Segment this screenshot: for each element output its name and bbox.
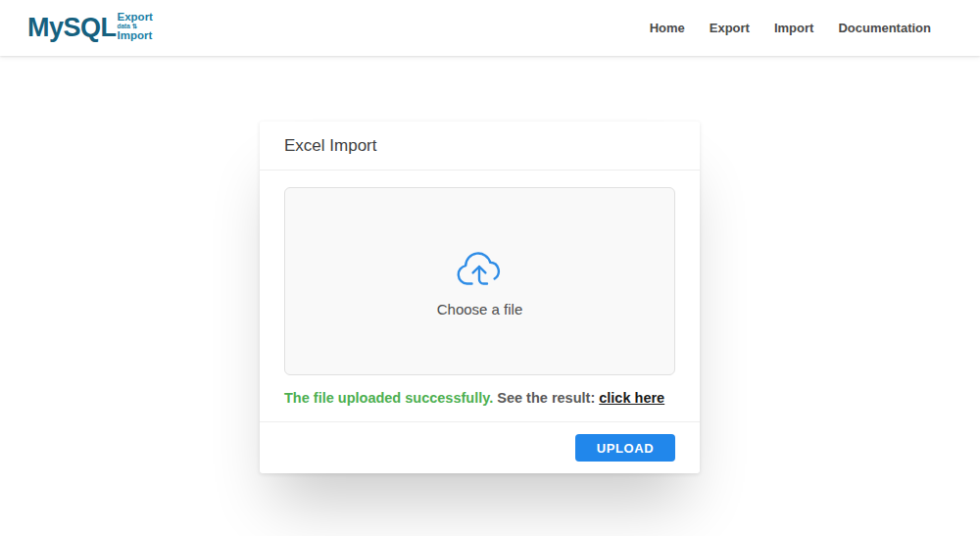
logo-import-text: Import	[118, 30, 153, 42]
page: MySQL Export data ⇅ Import Home Export I…	[0, 0, 980, 536]
dropzone-label: Choose a file	[437, 301, 523, 317]
excel-import-card: Excel Import Choose a file The file uplo…	[260, 122, 700, 473]
result-link[interactable]: click here	[599, 390, 664, 406]
nav-item-import[interactable]: Import	[774, 21, 813, 35]
logo-mysql-text: MySQL	[27, 13, 117, 43]
success-text: The file uploaded successfully.	[284, 390, 493, 406]
file-dropzone[interactable]: Choose a file	[284, 187, 675, 375]
card-body: Choose a file The file uploaded successf…	[260, 171, 700, 421]
cloud-upload-icon	[452, 246, 509, 293]
nav-item-home[interactable]: Home	[650, 21, 685, 35]
app-logo[interactable]: MySQL Export data ⇅ Import	[27, 13, 153, 43]
card-header: Excel Import	[260, 122, 700, 171]
main-nav: Home Export Import Documentation	[650, 21, 931, 35]
top-navbar: MySQL Export data ⇅ Import Home Export I…	[0, 0, 980, 56]
upload-button[interactable]: UPLOAD	[575, 434, 675, 462]
nav-item-export[interactable]: Export	[710, 21, 750, 35]
card-footer: UPLOAD	[260, 421, 700, 473]
card-title: Excel Import	[284, 136, 675, 156]
result-info-text: See the result:	[493, 390, 599, 406]
logo-export-text: Export	[118, 12, 153, 24]
logo-sub-text: Export data ⇅ Import	[118, 12, 153, 42]
upload-result-message: The file uploaded successfully. See the …	[284, 375, 675, 421]
nav-item-documentation[interactable]: Documentation	[838, 21, 931, 35]
